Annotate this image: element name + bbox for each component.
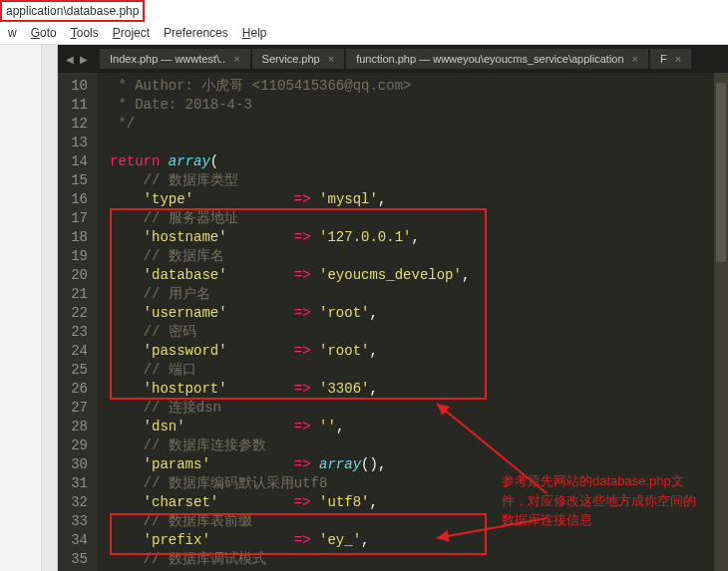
code-line[interactable]: // 用户名 — [110, 285, 470, 304]
line-number: 24 — [64, 342, 88, 361]
line-number: 28 — [64, 418, 88, 436]
code-line[interactable]: 'username' => 'root', — [110, 304, 470, 323]
close-icon[interactable]: × — [233, 53, 239, 65]
code-line[interactable]: * Date: 2018-4-3 — [110, 96, 470, 115]
menu-view[interactable]: w — [8, 26, 17, 40]
file-path-title: application\database.php — [0, 0, 145, 22]
line-number: 12 — [64, 115, 88, 134]
close-icon[interactable]: × — [328, 53, 334, 65]
code-line[interactable]: // 数据库类型 — [110, 171, 470, 190]
tab-nav-left-icon[interactable]: ◀ — [64, 54, 76, 65]
line-number: 23 — [64, 323, 88, 342]
line-number: 19 — [64, 247, 88, 266]
tab[interactable]: function.php — wwweyou\eyoucms_service\a… — [346, 49, 648, 69]
code-line[interactable]: 'hostport' => '3306', — [110, 380, 470, 399]
code-line[interactable]: 'prefix' => 'ey_', — [110, 531, 470, 550]
tab-nav-right-icon[interactable]: ▶ — [78, 54, 90, 65]
tab[interactable]: Index.php — wwwtest\..× — [100, 49, 250, 69]
tab[interactable]: F× — [650, 49, 691, 69]
code-line[interactable]: 'charset' => 'utf8', — [110, 493, 470, 512]
line-number: 10 — [64, 77, 88, 96]
code-line[interactable]: */ — [110, 115, 470, 134]
menu-project[interactable]: Project — [113, 26, 150, 40]
code-line[interactable]: 'type' => 'mysql', — [110, 190, 470, 209]
line-number: 20 — [64, 266, 88, 285]
line-number: 15 — [64, 171, 88, 190]
side-strip — [42, 45, 58, 571]
code-line[interactable]: // 端口 — [110, 361, 470, 380]
code-content[interactable]: * Author: 小虎哥 <1105415366@qq.com> * Date… — [98, 73, 470, 571]
line-number: 27 — [64, 399, 88, 418]
menu-tools[interactable]: Tools — [71, 26, 99, 40]
tab-label: function.php — wwweyou\eyoucms_service\a… — [356, 53, 623, 65]
code-line[interactable]: // 密码 — [110, 323, 470, 342]
code-line[interactable]: // 连接dsn — [110, 399, 470, 418]
line-number: 35 — [64, 550, 88, 569]
code-line[interactable]: 'dsn' => '', — [110, 418, 470, 436]
line-number: 22 — [64, 304, 88, 323]
line-number: 21 — [64, 285, 88, 304]
menu-goto[interactable]: Goto — [31, 26, 57, 40]
line-number: 16 — [64, 190, 88, 209]
code-line[interactable]: 'password' => 'root', — [110, 342, 470, 361]
code-line[interactable] — [110, 134, 470, 152]
line-number: 26 — [64, 380, 88, 399]
tab-label: Index.php — wwwtest\.. — [110, 53, 225, 65]
editor-pane: ◀ ▶ Index.php — wwwtest\..×Service.php×f… — [58, 45, 728, 571]
code-line[interactable]: // 数据库表前缀 — [110, 512, 470, 531]
line-number: 32 — [64, 493, 88, 512]
code-line[interactable]: // 数据库调试模式 — [110, 550, 470, 569]
close-icon[interactable]: × — [675, 53, 681, 65]
line-number: 30 — [64, 455, 88, 474]
tab-label: Service.php — [262, 53, 320, 65]
close-icon[interactable]: × — [632, 53, 638, 65]
code-line[interactable]: // 数据库编码默认采用utf8 — [110, 474, 470, 493]
tab-nav: ◀ ▶ — [64, 54, 90, 65]
code-line[interactable]: // 数据库连接参数 — [110, 436, 470, 455]
code-line[interactable]: 'database' => 'eyoucms_develop', — [110, 266, 470, 285]
sidebar-gutter — [0, 45, 42, 571]
code-line[interactable]: * Author: 小虎哥 <1105415366@qq.com> — [110, 77, 470, 96]
line-number: 14 — [64, 152, 88, 171]
code-line[interactable]: // 服务器地址 — [110, 209, 470, 228]
code-area[interactable]: 1011121314151617181920212223242526272829… — [58, 73, 728, 571]
line-number: 11 — [64, 96, 88, 115]
menu-preferences[interactable]: Preferences — [164, 26, 228, 40]
scrollbar-thumb[interactable] — [716, 83, 726, 262]
line-number: 29 — [64, 436, 88, 455]
line-number: 25 — [64, 361, 88, 380]
line-number: 34 — [64, 531, 88, 550]
main-area: ◀ ▶ Index.php — wwwtest\..×Service.php×f… — [0, 45, 728, 571]
tab[interactable]: Service.php× — [252, 49, 345, 69]
line-numbers: 1011121314151617181920212223242526272829… — [58, 73, 98, 571]
line-number: 17 — [64, 209, 88, 228]
line-number: 18 — [64, 228, 88, 247]
line-number: 31 — [64, 474, 88, 493]
code-line[interactable]: 'params' => array(), — [110, 455, 470, 474]
line-number: 33 — [64, 512, 88, 531]
vertical-scrollbar[interactable] — [714, 73, 728, 571]
tab-label: F — [660, 53, 667, 65]
code-line[interactable]: // 数据库名 — [110, 247, 470, 266]
code-line[interactable]: 'hostname' => '127.0.0.1', — [110, 228, 470, 247]
menu-bar: w Goto Tools Project Preferences Help — [0, 22, 728, 45]
code-line[interactable]: return array( — [110, 152, 470, 171]
line-number: 13 — [64, 134, 88, 152]
menu-help[interactable]: Help — [242, 26, 267, 40]
tab-bar: ◀ ▶ Index.php — wwwtest\..×Service.php×f… — [58, 45, 728, 73]
